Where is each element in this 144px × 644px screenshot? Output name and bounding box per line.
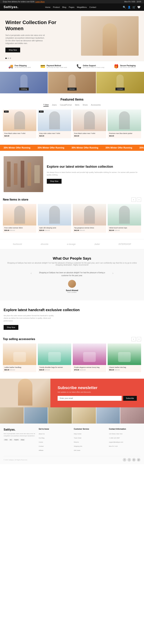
- hero-dot-1[interactable]: [6, 58, 7, 59]
- feature-title: Payment Method: [47, 65, 67, 66]
- product-price: $20.00: [4, 135, 35, 137]
- footer-desc: Sed ut perspiciatis unde omnis iste natu…: [4, 433, 35, 437]
- footer-links: About UsOur BlogCareerContactAffiliate: [39, 432, 70, 452]
- footer-link[interactable]: Contact: [39, 446, 44, 447]
- user-icon[interactable]: 👤: [128, 6, 131, 8]
- footer-link[interactable]: +1 800 123 4567: [109, 437, 120, 439]
- hero-dot-3[interactable]: [10, 58, 11, 59]
- featured-tab-shoes[interactable]: Shoes: [83, 104, 88, 107]
- feature-text: Payment Method We accept all major credi…: [47, 65, 67, 68]
- newsletter-content: Subscribe newsletter Get updates on our …: [50, 379, 144, 407]
- product-info: Ladies leather handbag $65.00$90.00: [3, 365, 36, 372]
- reviewer-location: from London: [36, 292, 108, 293]
- product-info: Trendy shoulder bags for women $48.00$70…: [38, 365, 71, 372]
- featured-tab-skirts[interactable]: Skirts: [75, 104, 79, 107]
- nav-item-megamenu[interactable]: MegaMenu: [77, 6, 87, 8]
- testimonial-box: ‹ Shopping at Sattiyas has been an absol…: [36, 271, 108, 293]
- top-selling-next[interactable]: ›: [137, 337, 141, 341]
- product-card-accessory: Trendy shoulder bags for women $48.00$70…: [38, 344, 71, 372]
- featured-tab-casual/formal[interactable]: Casual/Formal: [60, 104, 72, 107]
- footer-link[interactable]: support@sattiyas.com: [109, 441, 123, 443]
- new-items-prev[interactable]: ‹: [131, 198, 136, 202]
- nav-item-pages[interactable]: Pages: [69, 6, 74, 8]
- footer: Sattiyas. Sed ut perspiciatis unde omnis…: [0, 424, 144, 464]
- fashion-cta-button[interactable]: Shop Now: [47, 179, 62, 184]
- top-selling-prev[interactable]: ‹: [131, 337, 136, 341]
- bag-shape: [48, 352, 61, 362]
- newsletter-email-input[interactable]: [58, 396, 122, 401]
- nav-item-contact[interactable]: Contact: [89, 6, 96, 8]
- product-info: Purple elegance woman luxury bag $75.00$…: [73, 365, 106, 372]
- footer-link[interactable]: Track Order: [74, 437, 81, 439]
- new-items-next[interactable]: ›: [137, 198, 141, 202]
- featured-products-grid: NEW Pure black cotton men T-shirt $20.00…: [0, 110, 144, 141]
- hero-section: Winter Collection For Women Sed ut persp…: [0, 11, 144, 61]
- top-selling-grid: Ladies leather handbag $65.00$90.00 Tren…: [0, 344, 144, 375]
- features-bar: 🚚 Free Shipping On all orders above $100…: [0, 61, 144, 72]
- footer-link[interactable]: About Us: [39, 433, 45, 435]
- social-icon-in[interactable]: in: [132, 458, 136, 462]
- hero-dot-2[interactable]: [8, 58, 9, 59]
- product-info: Pure black cotton men T-shirt $20.00: [3, 131, 36, 138]
- footer-link[interactable]: Returns: [74, 441, 79, 443]
- top-selling-title: Top selling accessories: [3, 338, 35, 341]
- product-name: Velvet touch women tops: [109, 227, 140, 229]
- accessory-image: [73, 344, 106, 365]
- footer-link[interactable]: Help Center: [74, 433, 82, 435]
- nav-item-home[interactable]: Home: [45, 6, 50, 8]
- footer-link[interactable]: Mon-Fri: 9-18: [109, 446, 117, 447]
- featured-tab-accessories[interactable]: Accessories: [91, 104, 101, 107]
- hero-cta-button[interactable]: Shop Now: [6, 48, 20, 52]
- topbar-link[interactable]: Learn More: [36, 1, 45, 3]
- newsletter-subscribe-button[interactable]: Subscribe: [123, 396, 137, 401]
- footer-link[interactable]: 123 Street, New York: [109, 433, 122, 435]
- brand-logo: INTERSHOP: [118, 243, 131, 246]
- social-icon-f[interactable]: f: [123, 458, 126, 462]
- top-bar-message: Enjoy free delivery for orders over $100…: [3, 1, 45, 3]
- featured-tab-t-shirt[interactable]: T-Shirt: [43, 104, 49, 107]
- newsletter-subtitle: Get updates on our latest offers and dis…: [58, 391, 91, 393]
- footer-link[interactable]: Shipping Info: [74, 446, 82, 447]
- product-name: Ladies leather handbag: [4, 366, 35, 368]
- product-name: Pure black cotton men T-shirt: [4, 132, 35, 134]
- product-name: Trendy shoulder bags for women: [39, 366, 70, 368]
- nav-item-product[interactable]: Product: [53, 6, 60, 8]
- gallery-img-5: [96, 407, 120, 424]
- featured-filter-tabs: T-ShirtJeansCasual/FormalSkirtsShoesAcce…: [0, 104, 144, 107]
- product-badge: NEW: [39, 110, 44, 112]
- footer-link[interactable]: Affiliate: [39, 450, 43, 451]
- payment-icon: VISA: [4, 439, 8, 441]
- offer-text-4: 35% Winter Offer Running: [105, 146, 132, 149]
- newsletter-title: Subscribe newsletter: [58, 386, 97, 390]
- product-card: Pure cotton woman Skinn $35.00$50.00: [3, 204, 36, 233]
- feature-icon: 💳: [40, 64, 45, 69]
- nav-item-blog[interactable]: Blog: [62, 6, 66, 8]
- footer-link[interactable]: Our Blog: [39, 437, 45, 439]
- product-old-price: $60.00: [80, 230, 85, 231]
- handcraft-cta-button[interactable]: Shop Now: [4, 325, 18, 330]
- feature-item: 💳 Payment Method We accept all major cre…: [40, 64, 67, 69]
- social-icon-t[interactable]: t: [127, 458, 131, 462]
- feature-item: 🎁 Secure Packaging We ensure safe delive…: [114, 64, 135, 69]
- main-nav: HomeProductBlogPagesMegaMenuContact: [45, 6, 96, 8]
- banner-3: Contact: [96, 72, 144, 93]
- handcraft-desc: We place the order texture and pattern f…: [4, 314, 58, 322]
- footer-link[interactable]: Gift Cards: [74, 450, 80, 451]
- new-items-title: New Items in store: [3, 198, 28, 201]
- cart-icon[interactable]: 🛒: [132, 6, 135, 8]
- footer-link-item: About Us: [39, 432, 70, 435]
- footer-link-item: Mon-Fri: 9-18: [109, 444, 140, 448]
- footer-top: Sattiyas. Sed ut perspiciatis unde omnis…: [4, 428, 140, 452]
- social-icon-yt[interactable]: yt: [137, 458, 140, 462]
- banner-images: Clothing Women Contact: [0, 72, 144, 93]
- feature-title: Online Support: [83, 65, 104, 66]
- footer-link[interactable]: Career: [39, 441, 43, 443]
- product-old-price: $40.00: [45, 230, 50, 231]
- testimonial-next[interactable]: ›: [112, 271, 113, 275]
- search-icon[interactable]: 🔍: [123, 6, 126, 8]
- featured-tab-jeans[interactable]: Jeans: [52, 104, 57, 107]
- wishlist-icon[interactable]: 🤍: [137, 6, 140, 8]
- footer-col-1: Get to knowAbout UsOur BlogCareerContact…: [39, 428, 70, 452]
- product-silhouette: [49, 111, 60, 129]
- testimonial-prev[interactable]: ‹: [31, 271, 32, 275]
